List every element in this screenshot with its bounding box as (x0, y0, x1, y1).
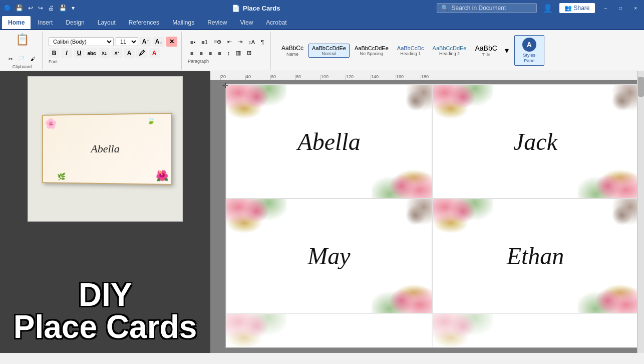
tab-mailings[interactable]: Mailings (166, 16, 200, 29)
tab-acrobat[interactable]: Acrobat (260, 16, 292, 29)
card4-floral-br (578, 273, 638, 313)
highlight-btn[interactable]: 🖍 (136, 48, 147, 58)
style-title-label: Title (482, 52, 490, 57)
font-color-btn[interactable]: A (149, 48, 160, 58)
cursor-plus: ✛ (222, 81, 228, 89)
clear-format-btn[interactable]: ✕ (166, 37, 177, 47)
paste-button[interactable]: 📋 (11, 32, 33, 54)
user-icon: 👤 (543, 4, 553, 13)
ruler-80: 80 (295, 75, 320, 80)
font-family-select[interactable]: Calibri (Body) (49, 37, 114, 46)
bullets-btn[interactable]: ≡• (188, 37, 198, 47)
tab-review[interactable]: Review (201, 16, 233, 29)
quick-undo[interactable]: ↩ (27, 4, 34, 13)
maximize-btn[interactable]: □ (616, 5, 625, 12)
minimize-btn[interactable]: – (601, 5, 610, 12)
sort-btn[interactable]: ↕A (246, 37, 257, 47)
close-btn[interactable]: × (631, 5, 640, 12)
strikethrough-btn[interactable]: abc (86, 48, 97, 58)
card2-floral-tl (433, 85, 493, 125)
document-canvas: 20 40 60 80 100 120 140 160 180 ✛ Abella (210, 71, 644, 353)
card1-floral-tr (392, 85, 432, 125)
card3-floral-br (372, 273, 432, 313)
ribbon-content: 📋 ✂ 📄 🖌 Clipboard Calibri (Body) 11 A↑ A… (0, 30, 644, 71)
ribbon-tabs: Home Insert Design Layout References Mai… (0, 16, 644, 29)
tab-design[interactable]: Design (60, 16, 90, 29)
line-spacing-btn[interactable]: ↕ (225, 48, 233, 58)
format-painter-button[interactable]: 🖌 (28, 55, 38, 63)
flower-tr: 🍃 (146, 116, 155, 125)
card2-name: Jack (513, 128, 557, 155)
style-normal-preview: AaBbCcDdEe (312, 45, 346, 51)
font-grow-btn[interactable]: A↑ (140, 37, 151, 47)
card1-floral-tl (226, 85, 286, 125)
copy-button[interactable]: 📄 (16, 55, 27, 63)
diy-line2: Place Cards (0, 311, 210, 343)
card1-name: Abella (297, 128, 360, 155)
ruler-140: 140 (371, 75, 396, 80)
outdent-btn[interactable]: ⇤ (225, 37, 234, 47)
search-box[interactable]: 🔍 Search in Document (437, 3, 537, 13)
quick-print[interactable]: 🖨 (47, 4, 55, 13)
vertical-scrollbar[interactable] (637, 71, 644, 353)
styles-more-btn[interactable]: ▾ (502, 32, 511, 69)
indent-btn[interactable]: ⇥ (235, 37, 245, 47)
styles-pane-button[interactable]: A StylesPane (514, 35, 544, 66)
bold-btn[interactable]: B (49, 48, 60, 58)
style-heading1[interactable]: AaBbCcDc Heading 1 (394, 44, 428, 58)
card2-floral-br (578, 158, 638, 198)
quick-customize[interactable]: ▾ (71, 4, 76, 13)
numbering-btn[interactable]: ≡1 (199, 37, 210, 47)
style-name[interactable]: AaBbCc Name (278, 43, 307, 58)
style-heading2[interactable]: AaBbCcDdEe Heading 2 (429, 44, 470, 58)
search-icon: 🔍 (441, 5, 449, 12)
style-no-spacing-label: No Spacing (360, 51, 384, 56)
style-normal[interactable]: AaBbCcDdEe Normal (308, 44, 350, 58)
tab-insert[interactable]: Insert (32, 16, 59, 29)
card2-floral-tr (598, 85, 638, 125)
scrollbar-thumb[interactable] (638, 77, 644, 97)
font-group-label: Font (49, 59, 58, 64)
superscript-btn[interactable]: X² (111, 48, 122, 58)
justify-btn[interactable]: ≡ (215, 48, 223, 58)
title-bar-right: 🔍 Search in Document 👤 👥 Share – □ × (437, 3, 640, 14)
style-title-preview: AaBbC (475, 44, 497, 52)
card3-floral-tr (392, 199, 432, 239)
cut-button[interactable]: ✂ (6, 55, 15, 63)
flower-bl: 🌿 (57, 172, 65, 180)
subscript-btn[interactable]: X₂ (99, 48, 110, 58)
quick-save[interactable]: 💾 (15, 4, 24, 13)
font-color-A-btn[interactable]: A (124, 48, 135, 58)
style-heading2-label: Heading 2 (439, 51, 460, 56)
multilevel-btn[interactable]: ≡⊕ (211, 37, 224, 47)
ruler-40: 40 (245, 75, 270, 80)
paragraph-group-label: Paragraph (188, 59, 209, 64)
align-left-btn[interactable]: ≡ (188, 48, 196, 58)
quick-save2[interactable]: 💾 (58, 4, 68, 13)
title-bar: 🔵 💾 ↩ ↪ 🖨 💾 ▾ 📄 Place Cards 🔍 Search in … (0, 0, 644, 16)
style-no-spacing[interactable]: AaBbCcDdEe No Spacing (351, 44, 392, 58)
styles-group: AaBbCc Name AaBbCcDdEe Normal AaBbCcDdEe… (273, 32, 548, 70)
align-right-btn[interactable]: ≡ (206, 48, 214, 58)
tab-layout[interactable]: Layout (92, 16, 122, 29)
app-title: Place Cards (243, 5, 280, 12)
quick-redo[interactable]: ↪ (37, 4, 44, 13)
place-card-6-partial (432, 313, 638, 347)
style-title[interactable]: AaBbC Title (471, 43, 500, 59)
align-center-btn[interactable]: ≡ (197, 48, 205, 58)
font-shrink-btn[interactable]: A↓ (153, 37, 164, 47)
share-button[interactable]: 👥 Share (559, 3, 595, 14)
shading-btn[interactable]: ▥ (233, 48, 243, 58)
style-heading2-preview: AaBbCcDdEe (433, 45, 467, 51)
tab-home[interactable]: Home (2, 16, 31, 29)
tab-view[interactable]: View (234, 16, 259, 29)
show-formatting-btn[interactable]: ¶ (258, 37, 266, 47)
flower-tl: 🌸 (45, 117, 57, 129)
italic-btn[interactable]: I (61, 48, 72, 58)
font-size-select[interactable]: 11 (116, 37, 138, 46)
underline-btn[interactable]: U (74, 48, 85, 58)
borders-btn[interactable]: ⊞ (244, 48, 254, 58)
tab-references[interactable]: References (123, 16, 165, 29)
ruler-60: 60 (270, 75, 295, 80)
ruler-20: 20 (220, 75, 245, 80)
